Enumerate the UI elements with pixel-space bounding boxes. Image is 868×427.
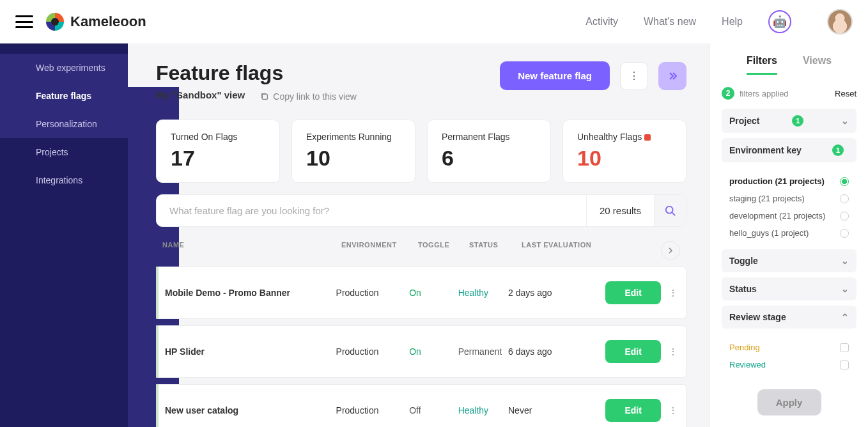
table-row[interactable]: Mobile Demo - Promo Banner Production On… — [156, 267, 686, 319]
col-name[interactable]: NAME — [162, 241, 341, 260]
env-option[interactable]: hello_guys (1 project) — [724, 224, 854, 242]
col-toggle[interactable]: TOGGLE — [418, 241, 469, 260]
reset-filters-button[interactable]: Reset — [835, 89, 856, 98]
radio-icon — [840, 177, 849, 186]
stat-experiments-running: Experiments Running 10 — [291, 120, 415, 183]
filter-toggle[interactable]: Toggle ⌄ — [722, 249, 856, 272]
edit-button[interactable]: Edit — [605, 281, 660, 304]
row-name: HP Slider — [165, 346, 336, 357]
sidebar-item-web-experiments[interactable]: Web experiments — [0, 54, 128, 82]
search-row: 20 results — [156, 194, 686, 227]
brand-name: Kameleoon — [70, 13, 146, 30]
copilot-button[interactable]: 🤖 — [768, 10, 791, 33]
stat-label: Unhealthy Flags — [577, 132, 672, 142]
row-menu-button[interactable]: ⋮ — [667, 405, 679, 415]
header-actions: New feature flag ⋮ — [500, 61, 686, 90]
page-title: Feature flags — [156, 61, 357, 85]
nav-activity[interactable]: Activity — [585, 16, 618, 27]
sidebar-item-personalization[interactable]: Personalization — [0, 110, 128, 138]
sidebar-item-feature-flags[interactable]: Feature flags — [0, 82, 128, 110]
chevron-right-icon — [667, 247, 674, 254]
dots-vertical-icon: ⋮ — [629, 70, 639, 82]
row-last: Never — [508, 405, 582, 415]
nav-help[interactable]: Help — [722, 16, 743, 27]
table-row[interactable]: New user catalog Production Off Healthy … — [156, 384, 686, 427]
stats-row: Turned On Flags 17 Experiments Running 1… — [156, 120, 686, 183]
stat-value: 6 — [442, 146, 536, 171]
chevron-right-double-icon — [667, 71, 678, 81]
review-option-reviewed[interactable]: Reviewed — [724, 356, 854, 373]
expand-panel-button[interactable] — [658, 62, 686, 90]
search-button[interactable] — [654, 195, 686, 226]
checkbox-icon — [840, 343, 849, 352]
stat-value: 10 — [306, 146, 401, 171]
row-status: Permanent — [458, 346, 508, 357]
row-status: Healthy — [458, 405, 508, 415]
page-header: Feature flags My "Sandbox" view Copy lin… — [156, 61, 686, 102]
filters-applied-text: filters applied — [740, 89, 789, 98]
main-content: Feature flags My "Sandbox" view Copy lin… — [128, 43, 709, 427]
sidebar-item-integrations[interactable]: Integrations — [0, 166, 128, 194]
stat-label: Turned On Flags — [171, 132, 265, 142]
stat-permanent-flags: Permanent Flags 6 — [427, 120, 551, 183]
sidebar-item-projects[interactable]: Projects — [0, 138, 128, 166]
filter-review-stage[interactable]: Review stage ⌃ — [722, 306, 856, 329]
tab-views[interactable]: Views — [803, 55, 832, 75]
copy-link-label: Copy link to this view — [273, 91, 357, 102]
robot-icon: 🤖 — [773, 15, 787, 29]
tab-filters[interactable]: Filters — [747, 55, 777, 75]
filter-environment-key[interactable]: Environment key 1 — [722, 138, 856, 162]
chevron-down-icon: ⌄ — [841, 284, 849, 294]
stat-label: Permanent Flags — [442, 132, 536, 142]
scroll-columns-button[interactable] — [661, 241, 680, 260]
user-avatar[interactable] — [827, 9, 853, 35]
more-actions-button[interactable]: ⋮ — [620, 62, 648, 90]
col-last-evaluation[interactable]: LAST EVALUATION — [522, 241, 598, 260]
row-env: Production — [336, 346, 410, 357]
filter-status[interactable]: Status ⌄ — [722, 277, 856, 300]
apply-filters-button[interactable]: Apply — [757, 389, 821, 415]
top-nav: Activity What's new Help 🤖 — [585, 9, 853, 35]
row-menu-button[interactable]: ⋮ — [667, 346, 679, 357]
row-env: Production — [336, 405, 410, 415]
env-option[interactable]: staging (21 projects) — [724, 190, 854, 207]
row-toggle: Off — [409, 405, 458, 415]
env-option[interactable]: development (21 projects) — [724, 207, 854, 224]
hamburger-menu-icon[interactable] — [15, 15, 33, 28]
review-option-pending[interactable]: Pending — [724, 339, 854, 356]
chevron-up-icon: ⌃ — [841, 312, 849, 322]
topbar: Kameleoon Activity What's new Help 🤖 — [0, 0, 868, 43]
brand-logo[interactable]: Kameleoon — [46, 13, 146, 31]
page-subtitle: My "Sandbox" view — [156, 89, 245, 100]
sidebar: Activate Web experiments Feature flags P… — [0, 43, 128, 427]
stat-value: 17 — [171, 146, 265, 171]
chevron-down-icon: ⌄ — [841, 116, 849, 126]
filter-project[interactable]: Project 1 ⌄ — [722, 109, 856, 133]
new-feature-flag-button[interactable]: New feature flag — [500, 61, 610, 90]
search-input[interactable] — [157, 195, 586, 226]
filter-label: Environment key — [729, 145, 802, 155]
edit-button[interactable]: Edit — [605, 399, 660, 422]
nav-whats-new[interactable]: What's new — [644, 16, 696, 27]
flags-table: NAME ENVIRONMENT TOGGLE STATUS LAST EVAL… — [156, 241, 686, 427]
row-last: 6 days ago — [508, 346, 582, 357]
table-header: NAME ENVIRONMENT TOGGLE STATUS LAST EVAL… — [156, 241, 686, 267]
row-status: Healthy — [458, 288, 508, 298]
table-row[interactable]: HP Slider Production On Permanent 6 days… — [156, 325, 686, 378]
filter-count-badge: 1 — [832, 144, 844, 156]
logo-mark-icon — [46, 13, 64, 31]
env-option[interactable]: production (21 projects) — [724, 173, 854, 190]
col-status[interactable]: STATUS — [469, 241, 522, 260]
radio-icon — [840, 229, 849, 238]
chevron-down-icon: ⌄ — [841, 256, 849, 266]
copy-link-button[interactable]: Copy link to this view — [260, 91, 357, 102]
filter-label: Project — [729, 116, 759, 126]
row-env: Production — [336, 288, 410, 298]
filter-label: Status — [729, 284, 757, 294]
col-environment[interactable]: ENVIRONMENT — [341, 241, 418, 260]
row-name: Mobile Demo - Promo Banner — [165, 288, 336, 298]
row-name: New user catalog — [165, 405, 336, 415]
filters-panel: Filters Views 2 filters applied Reset Pr… — [709, 43, 868, 427]
row-menu-button[interactable]: ⋮ — [667, 288, 679, 298]
edit-button[interactable]: Edit — [605, 340, 660, 363]
